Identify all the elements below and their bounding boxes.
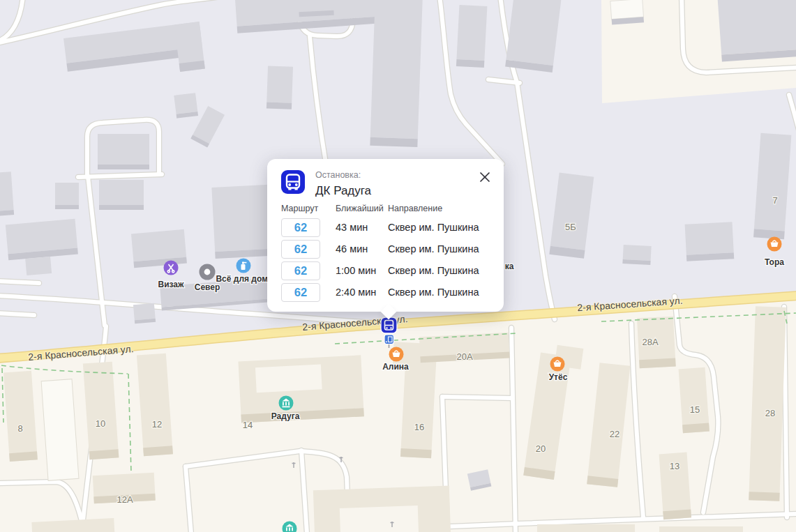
- svg-text:15: 15: [690, 404, 700, 415]
- svg-text:13: 13: [670, 461, 679, 471]
- route-eta: 1:00 мин: [336, 265, 376, 276]
- route-badge[interactable]: 62: [281, 240, 320, 259]
- svg-text:Визаж: Визаж: [158, 280, 184, 289]
- svg-text:Радуга: Радуга: [271, 411, 300, 421]
- svg-text:14: 14: [243, 420, 253, 430]
- svg-text:Утёс: Утёс: [549, 372, 568, 382]
- svg-text:20А: 20А: [456, 351, 472, 362]
- route-direction: Сквер им. Пушкина: [388, 222, 479, 233]
- route-eta: 46 мин: [336, 243, 368, 254]
- route-direction: Сквер им. Пушкина: [388, 243, 479, 254]
- map-stage: 2-я Красносельская ул. 2-я Красносельска…: [0, 0, 796, 532]
- svg-text:Алина: Алина: [382, 362, 409, 372]
- svg-text:10: 10: [96, 418, 105, 429]
- route-badge[interactable]: 62: [281, 218, 320, 237]
- stop-popup: Остановка: ДК Радуга Маршрут Ближайший Н…: [267, 159, 504, 312]
- route-badge[interactable]: 62: [281, 261, 320, 280]
- route-eta: 2:40 мин: [336, 287, 376, 298]
- svg-text:20: 20: [536, 443, 546, 454]
- route-direction: Сквер им. Пушкина: [388, 265, 479, 276]
- col-direction: Направление: [388, 204, 442, 213]
- bus-route-icon: [281, 170, 305, 194]
- poi-museum-bottom[interactable]: [283, 522, 297, 532]
- route-badge[interactable]: 62: [281, 283, 320, 302]
- svg-text:22: 22: [610, 429, 619, 439]
- svg-text:Тора: Тора: [765, 257, 784, 267]
- route-eta: 43 мин: [336, 222, 368, 233]
- col-route: Маршрут: [281, 204, 318, 213]
- close-button[interactable]: [478, 170, 492, 184]
- svg-text:7: 7: [772, 195, 777, 206]
- route-direction: Сквер им. Пушкина: [388, 287, 479, 298]
- svg-text:12А: 12А: [117, 494, 133, 505]
- svg-text:28: 28: [765, 408, 775, 418]
- stop-title: ДК Радуга: [315, 184, 371, 198]
- svg-text:5Б: 5Б: [565, 222, 576, 232]
- partial-poi-label: ка: [505, 261, 514, 271]
- svg-text:28А: 28А: [642, 337, 658, 347]
- close-icon: [478, 170, 492, 184]
- svg-text:Всё для дома: Всё для дома: [216, 274, 272, 284]
- svg-text:12: 12: [152, 419, 162, 430]
- stop-kind-label: Остановка:: [315, 170, 371, 180]
- col-eta: Ближайший: [336, 204, 384, 213]
- svg-text:Север: Север: [195, 282, 220, 292]
- svg-text:8: 8: [17, 423, 22, 434]
- popup-header: Остановка: ДК Радуга: [281, 170, 371, 198]
- svg-text:16: 16: [414, 422, 424, 432]
